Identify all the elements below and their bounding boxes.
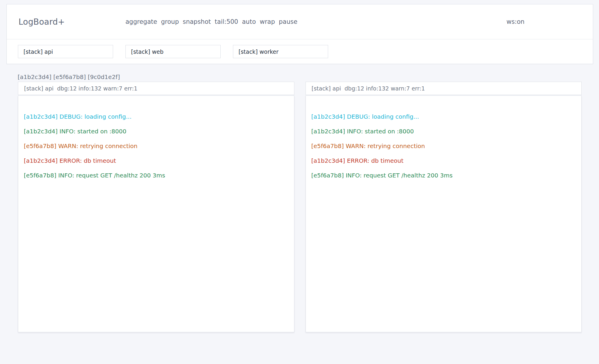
log-line: [e5f6a7b8] WARN: retrying connection bbox=[311, 139, 576, 153]
toolbar-menu: aggregate group snapshot tail:500 auto w… bbox=[125, 4, 297, 39]
log-line: [a1b2c3d4] DEBUG: loading config... bbox=[311, 109, 576, 124]
menu-item-snapshot[interactable]: snapshot bbox=[183, 18, 211, 25]
panel-header: [stack] api dbg:12 info:132 warn:7 err:1 bbox=[306, 82, 582, 95]
log-line: [a1b2c3d4] DEBUG: loading config... bbox=[24, 109, 288, 124]
menu-item-auto[interactable]: auto bbox=[242, 18, 256, 25]
panel-title: [stack] api bbox=[24, 85, 53, 92]
log-stream[interactable]: [a1b2c3d4] DEBUG: loading config... [a1b… bbox=[18, 95, 294, 332]
log-line: [e5f6a7b8] INFO: request GET /healthz 20… bbox=[311, 168, 576, 183]
app-title: LogBoard+ bbox=[19, 17, 65, 27]
log-line: [e5f6a7b8] WARN: retrying connection bbox=[24, 139, 288, 153]
log-line: [a1b2c3d4] INFO: started on :8000 bbox=[311, 124, 576, 139]
tab-stack-web[interactable]: [stack] web bbox=[125, 45, 221, 58]
log-line: [e5f6a7b8] INFO: request GET /healthz 20… bbox=[24, 168, 288, 183]
menu-item-wrap[interactable]: wrap bbox=[260, 18, 275, 25]
panel-title: [stack] api bbox=[312, 85, 341, 92]
log-stream[interactable]: [a1b2c3d4] DEBUG: loading config... [a1b… bbox=[306, 95, 582, 332]
stack-tabs-bar: [stack] api [stack] web [stack] worker bbox=[7, 39, 593, 64]
log-line: [a1b2c3d4] ERROR: db timeout bbox=[311, 153, 576, 168]
menu-item-group[interactable]: group bbox=[161, 18, 179, 25]
log-panel-left: [stack] api dbg:12 info:132 warn:7 err:1… bbox=[18, 82, 294, 332]
panel-header: [stack] api dbg:12 info:132 warn:7 err:1 bbox=[18, 82, 294, 95]
log-line: [a1b2c3d4] INFO: started on :8000 bbox=[24, 124, 288, 139]
panel-stats: dbg:12 info:132 warn:7 err:1 bbox=[345, 85, 425, 92]
app-header: LogBoard+ aggregate group snapshot tail:… bbox=[6, 4, 593, 64]
log-panels: [stack] api dbg:12 info:132 warn:7 err:1… bbox=[18, 82, 582, 332]
header-row: LogBoard+ aggregate group snapshot tail:… bbox=[7, 4, 593, 39]
breadcrumb: [a1b2c3d4] [e5f6a7b8] [9c0d1e2f] bbox=[18, 73, 120, 81]
log-line: [a1b2c3d4] ERROR: db timeout bbox=[24, 153, 288, 168]
ws-status-indicator: ws:on bbox=[506, 4, 524, 39]
log-panel-right: [stack] api dbg:12 info:132 warn:7 err:1… bbox=[306, 82, 582, 332]
menu-item-tail[interactable]: tail:500 bbox=[215, 18, 238, 25]
tab-stack-api[interactable]: [stack] api bbox=[18, 45, 113, 58]
menu-item-aggregate[interactable]: aggregate bbox=[125, 18, 157, 25]
tab-stack-worker[interactable]: [stack] worker bbox=[233, 45, 328, 58]
panel-stats: dbg:12 info:132 warn:7 err:1 bbox=[57, 85, 137, 92]
menu-item-pause[interactable]: pause bbox=[279, 18, 297, 25]
